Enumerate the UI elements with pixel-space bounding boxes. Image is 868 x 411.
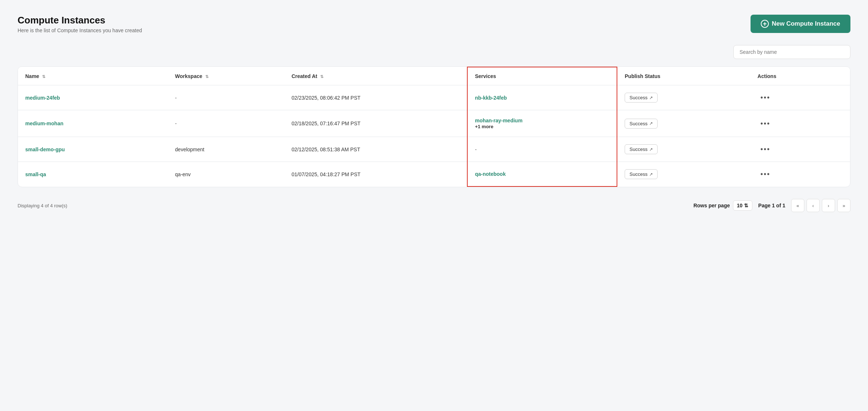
cell-name: small-qa <box>18 162 168 187</box>
page-buttons: « ‹ › » <box>791 199 850 212</box>
instance-name-link[interactable]: small-qa <box>25 171 46 177</box>
actions-menu-button[interactable]: ••• <box>757 169 773 179</box>
instance-name-link[interactable]: medium-mohan <box>25 121 63 126</box>
cell-actions: ••• <box>750 162 850 187</box>
actions-menu-button[interactable]: ••• <box>757 92 773 103</box>
cell-workspace: - <box>168 85 284 110</box>
cell-created-at: 02/12/2025, 08:51:38 AM PST <box>284 137 467 162</box>
publish-status-badge[interactable]: Success ↗ <box>625 93 658 103</box>
cell-name: medium-mohan <box>18 110 168 137</box>
publish-status-badge[interactable]: Success ↗ <box>625 144 658 154</box>
more-services-tag[interactable]: +1 more <box>475 124 493 129</box>
cell-services: mohan-ray-medium +1 more <box>467 110 617 137</box>
col-header-publish-status: Publish Status <box>617 67 750 85</box>
table-row: small-qa qa-env 01/07/2025, 04:18:27 PM … <box>18 162 850 187</box>
last-page-icon: » <box>842 203 845 208</box>
first-page-button[interactable]: « <box>791 199 804 212</box>
chevron-up-down-icon: ⇅ <box>744 203 748 208</box>
prev-page-icon: ‹ <box>812 203 814 208</box>
cell-publish-status: Success ↗ <box>617 110 750 137</box>
col-header-actions: Actions <box>750 67 850 85</box>
cell-services: qa-notebook <box>467 162 617 187</box>
col-header-name[interactable]: Name ⇅ <box>18 67 168 85</box>
cell-created-at: 02/23/2025, 08:06:42 PM PST <box>284 85 467 110</box>
cell-name: small-demo-gpu <box>18 137 168 162</box>
page-heading: Compute Instances Here is the list of Co… <box>18 15 142 33</box>
table-row: medium-24feb - 02/23/2025, 08:06:42 PM P… <box>18 85 850 110</box>
cell-created-at: 01/07/2025, 04:18:27 PM PST <box>284 162 467 187</box>
page-subtitle: Here is the list of Compute Instances yo… <box>18 27 142 33</box>
external-link-icon: ↗ <box>649 172 653 177</box>
actions-menu-button[interactable]: ••• <box>757 144 773 155</box>
compute-instances-table-container: Name ⇅ Workspace ⇅ Created At ⇅ Services… <box>18 66 850 187</box>
col-header-services: Services <box>467 67 617 85</box>
cell-workspace: development <box>168 137 284 162</box>
search-input[interactable] <box>733 45 850 59</box>
displaying-text: Displaying 4 of 4 row(s) <box>18 203 67 208</box>
cell-name: medium-24feb <box>18 85 168 110</box>
publish-status-badge[interactable]: Success ↗ <box>625 169 658 179</box>
rows-per-page-label: Rows per page <box>693 203 730 208</box>
new-button-label: New Compute Instance <box>772 20 840 27</box>
rows-per-page-select[interactable]: 10 ⇅ <box>733 200 753 211</box>
sort-icon-name: ⇅ <box>42 74 45 79</box>
next-page-button[interactable]: › <box>822 199 835 212</box>
service-link[interactable]: mohan-ray-medium <box>475 118 523 123</box>
page-info: Page 1 of 1 <box>758 203 785 208</box>
cell-publish-status: Success ↗ <box>617 162 750 187</box>
actions-menu-button[interactable]: ••• <box>757 118 773 129</box>
external-link-icon: ↗ <box>649 147 653 152</box>
col-header-created-at[interactable]: Created At ⇅ <box>284 67 467 85</box>
sort-icon-workspace: ⇅ <box>205 74 209 79</box>
cell-publish-status: Success ↗ <box>617 85 750 110</box>
cell-created-at: 02/18/2025, 07:16:47 PM PST <box>284 110 467 137</box>
prev-page-button[interactable]: ‹ <box>807 199 820 212</box>
external-link-icon: ↗ <box>649 95 653 100</box>
cell-actions: ••• <box>750 85 850 110</box>
next-page-icon: › <box>828 203 829 208</box>
cell-workspace: qa-env <box>168 162 284 187</box>
cell-publish-status: Success ↗ <box>617 137 750 162</box>
instance-name-link[interactable]: medium-24feb <box>25 95 60 101</box>
plus-circle-icon: + <box>761 20 769 28</box>
service-link[interactable]: qa-notebook <box>475 171 506 177</box>
first-page-icon: « <box>796 203 799 208</box>
table-header-row: Name ⇅ Workspace ⇅ Created At ⇅ Services… <box>18 67 850 85</box>
search-row <box>18 45 850 59</box>
cell-services: - <box>467 137 617 162</box>
publish-status-badge[interactable]: Success ↗ <box>625 119 658 129</box>
rows-per-page: Rows per page 10 ⇅ <box>693 200 752 211</box>
service-link[interactable]: nb-kkb-24feb <box>475 95 507 101</box>
table-footer: Displaying 4 of 4 row(s) Rows per page 1… <box>18 196 850 215</box>
instance-name-link[interactable]: small-demo-gpu <box>25 147 65 152</box>
cell-workspace: - <box>168 110 284 137</box>
cell-actions: ••• <box>750 137 850 162</box>
rows-per-page-value: 10 <box>737 203 743 208</box>
table-row: medium-mohan - 02/18/2025, 07:16:47 PM P… <box>18 110 850 137</box>
page-title: Compute Instances <box>18 15 142 26</box>
external-link-icon: ↗ <box>649 121 653 126</box>
new-compute-instance-button[interactable]: + New Compute Instance <box>751 15 850 33</box>
cell-actions: ••• <box>750 110 850 137</box>
search-input-wrap <box>733 45 850 59</box>
last-page-button[interactable]: » <box>837 199 850 212</box>
cell-services: nb-kkb-24feb <box>467 85 617 110</box>
pagination-controls: Rows per page 10 ⇅ Page 1 of 1 « ‹ › » <box>693 199 850 212</box>
page-header: Compute Instances Here is the list of Co… <box>18 15 850 33</box>
sort-icon-createdat: ⇅ <box>320 74 323 79</box>
col-header-workspace[interactable]: Workspace ⇅ <box>168 67 284 85</box>
compute-instances-table: Name ⇅ Workspace ⇅ Created At ⇅ Services… <box>18 67 850 187</box>
table-row: small-demo-gpu development 02/12/2025, 0… <box>18 137 850 162</box>
